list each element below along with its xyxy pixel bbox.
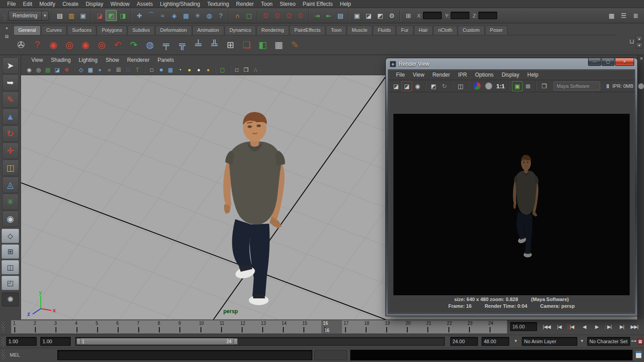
render-view-titlebar[interactable]: ◈ Render View —▢✕ bbox=[388, 58, 635, 69]
animation-end-input[interactable] bbox=[482, 337, 509, 346]
playblast-icon[interactable]: ✇ bbox=[13, 37, 29, 52]
textured-display-icon[interactable]: ▩ bbox=[166, 65, 175, 74]
safe-title-icon[interactable]: T bbox=[133, 65, 142, 74]
default-light-icon[interactable]: ● bbox=[185, 65, 194, 74]
step-forward-frame-button[interactable]: ▶| bbox=[616, 321, 628, 332]
dolly-camera-icon[interactable]: ◉ bbox=[78, 37, 93, 52]
timeline-frame[interactable]: 3 bbox=[52, 320, 73, 333]
playback-end-input[interactable] bbox=[450, 337, 478, 346]
rgb-channels-icon[interactable]: ● bbox=[473, 82, 481, 90]
range-slider-track[interactable]: 1 24 bbox=[75, 337, 445, 346]
playback-start-input[interactable] bbox=[6, 337, 37, 346]
timeline-frame[interactable]: 13 bbox=[259, 320, 280, 333]
duplicate-icon[interactable]: ❏ bbox=[239, 37, 254, 52]
coord-mode-icon[interactable]: ⊞ bbox=[403, 10, 414, 21]
lattice-icon[interactable]: ▦ bbox=[271, 37, 286, 52]
toolbar-drag-handle[interactable] bbox=[3, 10, 6, 21]
animation-start-input[interactable] bbox=[40, 337, 71, 346]
render-settings-icon[interactable]: ⚙ bbox=[386, 10, 397, 21]
character-model[interactable] bbox=[204, 110, 299, 306]
render-icon[interactable]: ◪ bbox=[391, 82, 401, 91]
shelf-tab-ncloth[interactable]: nCloth bbox=[433, 26, 457, 35]
image-plane-icon[interactable]: ◪ bbox=[53, 65, 62, 74]
anim-layer-dropdown[interactable]: No Anim Layer bbox=[522, 337, 577, 346]
shelf-tab-deformation[interactable]: Deformation bbox=[155, 26, 192, 35]
timeline-frame[interactable]: 1 bbox=[11, 320, 32, 333]
timeline-frame[interactable]: 17 bbox=[342, 320, 363, 333]
menu-edit[interactable]: Edit bbox=[19, 0, 36, 8]
help-line-icon[interactable]: ? bbox=[30, 37, 45, 52]
shelf-tab-painteffects[interactable]: PaintEffects bbox=[290, 26, 326, 35]
node-editor-icon[interactable]: ⊞ bbox=[223, 37, 238, 52]
timeline-frame[interactable]: 8 bbox=[156, 320, 176, 333]
xray-icon[interactable]: □ bbox=[232, 65, 241, 74]
timeline-frame[interactable]: 15 bbox=[300, 320, 321, 333]
menu-help[interactable]: Help bbox=[337, 0, 355, 8]
outliner-persp-layout-icon[interactable]: ◫ bbox=[1, 260, 19, 275]
panel-menu-shading[interactable]: Shading bbox=[47, 57, 75, 63]
shelf-tab-hair[interactable]: Hair bbox=[414, 26, 433, 35]
select-object-icon[interactable]: ◩ bbox=[106, 10, 117, 21]
menu-window[interactable]: Window bbox=[107, 0, 133, 8]
shelf-tab-poser[interactable]: Poser bbox=[485, 26, 508, 35]
channel-box-icon[interactable]: ≣ bbox=[630, 10, 641, 21]
menu-paint-effects[interactable]: Paint Effects bbox=[299, 0, 336, 8]
timeline-frame[interactable]: 21 bbox=[424, 320, 445, 333]
paint-select-tool-icon[interactable]: ✎ bbox=[2, 91, 19, 108]
timeline-frame[interactable]: 24 bbox=[486, 320, 507, 333]
select-hierarchy-icon[interactable]: ◪ bbox=[94, 10, 105, 21]
snap-lattice-icon[interactable]: ▦ bbox=[180, 10, 192, 21]
shelf-tab-fur[interactable]: Fur bbox=[396, 26, 414, 35]
region-render-icon[interactable]: ◫ bbox=[456, 82, 465, 91]
range-end-grip[interactable] bbox=[234, 338, 238, 345]
select-tool-icon[interactable]: ➤ bbox=[2, 57, 19, 74]
timeline-frame[interactable]: 9 bbox=[176, 320, 197, 333]
snap-to-points-icon[interactable]: Ω bbox=[283, 10, 294, 21]
dragon-icon[interactable]: ✺ bbox=[2, 293, 19, 306]
delete-icon[interactable]: ◍ bbox=[142, 37, 158, 52]
isolate-select-icon[interactable]: ▢ bbox=[218, 65, 227, 74]
command-drag-handle[interactable] bbox=[1, 350, 5, 361]
snap-plane-icon[interactable]: ◈ bbox=[169, 10, 180, 21]
snap-to-grids-icon[interactable]: Ω bbox=[260, 10, 271, 21]
panel-menu-view[interactable]: View bbox=[27, 57, 47, 63]
redo-view-icon[interactable]: ↷ bbox=[126, 37, 141, 52]
timeline-frame[interactable]: 5 bbox=[94, 320, 115, 333]
snap-curve-icon[interactable]: ⌒ bbox=[145, 10, 157, 21]
open-scene-icon[interactable]: ▥ bbox=[66, 10, 77, 21]
step-back-key-button[interactable]: |◀ bbox=[566, 321, 578, 332]
timeline-frame[interactable]: 10 bbox=[197, 320, 218, 333]
move-tool-icon[interactable]: ▲ bbox=[2, 108, 19, 125]
last-tool-icon[interactable]: ◉ bbox=[2, 211, 19, 227]
mel-toggle-button[interactable]: MEL bbox=[10, 352, 20, 358]
shelf-tab-curves[interactable]: Curves bbox=[41, 26, 67, 35]
snap-grid-icon[interactable]: ✚ bbox=[134, 10, 145, 21]
keep-image-icon[interactable]: ❐ bbox=[539, 82, 549, 91]
scale-tool-icon[interactable]: ✛ bbox=[2, 142, 19, 159]
field-chart-icon[interactable]: ☒ bbox=[114, 65, 123, 74]
assign-material-icon[interactable]: ◧ bbox=[255, 37, 270, 52]
snap-to-curves-icon[interactable]: Ω bbox=[272, 10, 283, 21]
shelf-tab-surfaces[interactable]: Surfaces bbox=[67, 26, 96, 35]
zoom-actual-size-label[interactable]: 1:1 bbox=[495, 82, 506, 91]
menu-stereo[interactable]: Stereo bbox=[276, 0, 299, 8]
timeline-frame[interactable]: 1616 bbox=[321, 320, 342, 333]
shelf-tab-muscle[interactable]: Muscle bbox=[347, 26, 372, 35]
panel-menu-renderer[interactable]: Renderer bbox=[123, 57, 154, 63]
wireframe-display-icon[interactable]: □ bbox=[147, 65, 156, 74]
timeline-drag-handle[interactable] bbox=[1, 322, 5, 332]
set-key-icon[interactable]: ⊶ bbox=[631, 338, 636, 344]
z-coord-input[interactable] bbox=[478, 12, 497, 19]
parent-icon[interactable]: ╦ bbox=[175, 37, 190, 52]
go-to-end-button[interactable]: ▶▶| bbox=[628, 321, 640, 332]
ungroup-icon[interactable]: ╩ bbox=[207, 37, 222, 52]
flat-light-icon[interactable]: ● bbox=[194, 65, 203, 74]
menu-render[interactable]: Render bbox=[233, 0, 257, 8]
timeline-frame[interactable]: 2 bbox=[32, 320, 52, 333]
timeline-frame[interactable]: 20 bbox=[404, 320, 424, 333]
trash-icon[interactable]: ⊔ bbox=[629, 38, 634, 45]
zoom-camera-icon[interactable]: ◎ bbox=[94, 37, 109, 52]
rv-menu-file[interactable]: File bbox=[392, 72, 409, 78]
resolution-gate-icon[interactable]: ● bbox=[95, 65, 104, 74]
shelf-tab-polygons[interactable]: Polygons bbox=[97, 26, 127, 35]
